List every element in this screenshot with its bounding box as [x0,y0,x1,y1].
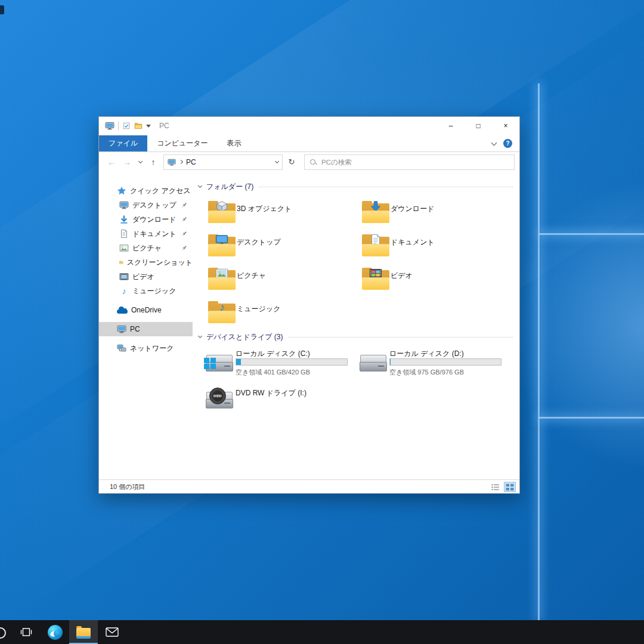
sidebar-item-label: ピクチャ [132,243,162,253]
details-view-button[interactable] [490,482,501,492]
properties-icon[interactable] [122,122,131,130]
titlebar[interactable]: PC – □ × [99,117,519,135]
pin-icon [181,230,188,237]
dvd-disc-icon: DVD [209,388,226,404]
wallpaper-window-line [538,83,540,620]
minimize-button[interactable]: – [437,117,465,135]
taskbar [0,620,644,644]
tab-view[interactable]: 表示 [218,135,251,151]
customize-toolbar-chevron-icon[interactable] [146,125,151,128]
sidebar-item-music[interactable]: ♪ ミュージック [99,284,193,298]
folder-3d-objects[interactable]: 3D オブジェクト [202,198,354,231]
taskbar-edge-button[interactable] [41,620,69,644]
folder-downloads[interactable]: ダウンロード [356,198,507,231]
breadcrumb-segment-pc[interactable]: PC [186,158,196,166]
item-count: 10 個の項目 [110,482,145,491]
tab-file[interactable]: ファイル [99,135,147,151]
quick-access-toolbar [99,121,151,131]
search-box[interactable] [304,154,515,170]
task-view-icon [20,627,32,637]
recent-locations-chevron-icon[interactable] [135,154,145,170]
sidebar-item-desktop[interactable]: デスクトップ [99,198,193,212]
search-icon [0,627,6,639]
folder-documents[interactable]: ドキュメント [356,231,507,265]
sidebar-item-downloads[interactable]: ダウンロード [99,212,193,227]
group-header-folders[interactable]: フォルダー (7) [199,181,513,193]
folder-icon [208,267,236,290]
folder-music[interactable]: ♪ ミュージック [202,298,354,332]
drive-icon [360,354,387,371]
collapse-chevron-icon [198,334,202,338]
taskbar-file-explorer-button[interactable] [69,620,98,644]
folder-desktop[interactable]: デスクトップ [202,231,354,265]
item-label: ミュージック [237,304,280,314]
sidebar-item-label: ビデオ [132,272,154,282]
sidebar-item-label: ドキュメント [132,229,177,239]
capacity-bar-fill [390,359,391,365]
group-title: デバイスとドライブ (3) [206,332,283,342]
breadcrumb[interactable]: PC [163,154,283,170]
pc-icon [168,158,176,166]
folder-videos[interactable]: ビデオ [356,265,507,298]
maximize-button[interactable]: □ [465,117,492,135]
address-dropdown-chevron-icon[interactable] [275,159,279,163]
drive-c[interactable]: ローカル ディスク (C:) 空き領域 401 GB/420 GB [202,348,354,379]
sidebar-item-onedrive[interactable]: OneDrive [99,303,193,317]
group-header-devices-drives[interactable]: デバイスとドライブ (3) [199,331,513,343]
drive-d[interactable]: ローカル ディスク (D:) 空き領域 975 GB/976 GB [356,348,507,379]
new-folder-icon[interactable] [134,122,143,130]
file-explorer-icon [76,627,91,637]
music-note-icon: ♪ [119,286,129,296]
download-arrow-icon [119,215,129,224]
folder-pictures[interactable]: ピクチャ [202,265,354,298]
group-title: フォルダー (7) [206,182,253,192]
network-icon [117,343,126,353]
desktop-icon-partial[interactable] [0,5,4,14]
folder-icon [362,234,389,256]
free-space-text: 空き領域 401 GB/420 GB [236,368,310,377]
item-label: ダウンロード [391,204,434,214]
tab-computer[interactable]: コンピューター [147,135,217,151]
star-icon [117,186,126,196]
expand-ribbon-chevron-icon[interactable] [491,140,497,145]
taskbar-mail-button[interactable] [98,620,126,644]
sidebar-item-label: スクリーンショット [127,258,193,268]
desktop-icon [119,200,129,210]
forward-button[interactable]: → [119,154,135,170]
item-label: ピクチャ [237,271,266,281]
sidebar-item-label: クイック アクセス [130,186,191,196]
sidebar-item-network[interactable]: ネットワーク [99,341,193,355]
sidebar-item-documents[interactable]: ドキュメント [99,227,193,241]
sidebar-item-pc[interactable]: PC [99,322,193,336]
sidebar-item-pictures[interactable]: ピクチャ [99,241,193,255]
folder-icon [208,200,236,223]
folder-icon [362,267,389,290]
help-icon[interactable]: ? [503,139,512,148]
sidebar-item-screenshots[interactable]: スクリーンショット [99,255,193,270]
file-explorer-window: PC – □ × ファイル コンピューター 表示 ? ← → ↑ PC ↻ [98,116,520,494]
sidebar-item-videos[interactable]: ビデオ [99,270,193,284]
thumbnails-view-button[interactable] [504,482,516,492]
sidebar-item-label: デスクトップ [132,200,177,210]
search-input[interactable] [320,158,509,166]
taskbar-task-view-button[interactable] [12,620,41,644]
content-pane: フォルダー (7) 3D オブジェクト ダウンロード デスクト [193,172,519,479]
ribbon-right-controls: ? [492,135,519,151]
sidebar-item-quick-access[interactable]: クイック アクセス [99,184,193,198]
drive-icon [206,354,233,371]
taskbar-search-button[interactable] [0,620,12,644]
document-icon [119,229,129,239]
refresh-button[interactable]: ↻ [284,154,299,170]
sidebar-item-label: ミュージック [132,286,176,296]
dvd-drive-icon: DVD [206,391,233,408]
close-button[interactable]: × [492,117,519,135]
drive-dvd[interactable]: DVD DVD RW ドライブ (I:) [202,385,354,416]
item-label: ドキュメント [391,237,435,247]
back-button[interactable]: ← [104,154,119,170]
capacity-bar [236,358,348,366]
pin-icon [181,202,188,209]
navigation-pane: クイック アクセス デスクトップ ダウンロード ドキュメント ピクチャ [99,172,193,479]
window-controls: – □ × [437,117,519,135]
this-pc-icon[interactable] [105,121,114,131]
up-button[interactable]: ↑ [145,154,161,170]
